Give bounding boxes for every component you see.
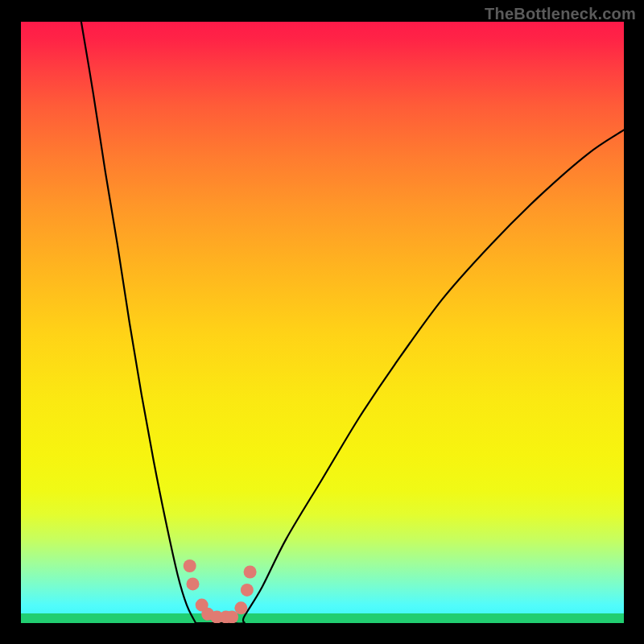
bottleneck-curve [81,22,624,623]
valley-marker [187,577,200,590]
valley-marker [241,584,254,597]
chart-frame: TheBottleneck.com [0,0,644,644]
valley-marker [184,559,196,572]
curve-layer [21,22,624,623]
valley-marker [234,601,247,614]
valley-marker [244,566,257,579]
watermark-text: TheBottleneck.com [485,5,636,23]
